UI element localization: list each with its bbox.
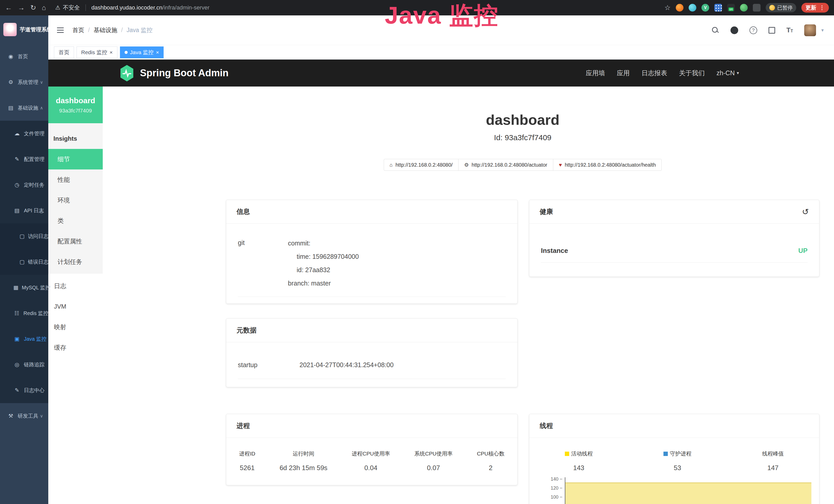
edit-icon: ✎ — [13, 387, 21, 393]
sba-item-scheduled-tasks[interactable]: 计划任务 — [48, 252, 103, 272]
hamburger-icon[interactable] — [57, 27, 64, 33]
sba-nav-applications[interactable]: 应用 — [617, 69, 630, 77]
sba-item-details[interactable]: 细节 — [48, 149, 103, 169]
y-tick: 140 — [529, 477, 562, 482]
service-url-button[interactable]: ⌂ http://192.168.0.2:48080/ — [384, 159, 459, 171]
tag-home[interactable]: 首页 — [54, 46, 74, 58]
y-tick: 120 — [529, 485, 562, 491]
sba-language-select[interactable]: zh-CN ▾ — [717, 69, 739, 77]
extension-fox-icon[interactable] — [676, 4, 683, 12]
sba-brand[interactable]: Spring Boot Admin — [119, 65, 228, 82]
sba-sidebar: dashboard 93a3fc7f7409 Insights 细节 性能 环境… — [48, 87, 103, 504]
sidebar-item-redis-monitor[interactable]: ☷ Redis 监控 — [0, 300, 48, 326]
sidebar-item-java-monitor[interactable]: ▣ Java 监控 — [0, 326, 48, 352]
extensions-puzzle-icon[interactable] — [753, 4, 761, 12]
close-icon[interactable]: × — [110, 49, 113, 55]
back-icon[interactable]: ← — [5, 4, 12, 11]
metadata-startup-row: startup 2021-04-27T00:44:31.254+08:00 — [238, 358, 506, 379]
sidebar-item-api-logs[interactable]: ▤ API 日志 ∧ — [0, 198, 48, 223]
logo-avatar — [3, 23, 17, 36]
fullscreen-icon[interactable] — [768, 27, 775, 33]
sba-item-mappings[interactable]: 映射 — [48, 317, 103, 337]
col-value: 0.04 — [365, 464, 378, 472]
threads-daemon: 守护进程 53 — [663, 450, 692, 472]
extension-switch-icon[interactable]: on — [727, 4, 735, 12]
card-process: 进程 进程ID 5261 运行时间 6d 23h 15m 59s — [226, 414, 518, 485]
avatar-caret-icon[interactable]: ▾ — [821, 27, 824, 33]
tag-java-monitor[interactable]: Java 监控 × — [120, 46, 163, 58]
breadcrumb-infra[interactable]: 基础设施 — [93, 26, 117, 34]
sidebar: 芋道管理系统 ◉ 首页 ⚙ 系统管理 ∨ ▤ 基础设施 ∧ ☁ 文件管理 ✎ — [0, 16, 48, 504]
sba-item-config-props[interactable]: 配置属性 — [48, 231, 103, 252]
security-chip[interactable]: ⚠ 不安全 — [55, 4, 80, 12]
health-instance-label: Instance — [541, 247, 568, 255]
sba-item-metrics[interactable]: 性能 — [48, 169, 103, 190]
legend-label: 守护进程 — [670, 450, 692, 457]
sba-item-environment[interactable]: 环境 — [48, 190, 103, 210]
history-icon[interactable]: ↺ — [802, 207, 809, 217]
threads-legend: 活动线程 143 守护进程 53 线程峰值 147 — [529, 438, 819, 472]
heart-icon: ♥ — [559, 162, 562, 168]
browser-update-button[interactable]: 更新 ⋮ — [802, 3, 829, 13]
process-col-proc-cpu: 进程CPU使用率 0.04 — [352, 450, 390, 472]
tagbar: 首页 Redis 监控 × Java 监控 × — [48, 45, 834, 60]
sidebar-item-access-logs[interactable]: ▢ 访问日志 — [0, 223, 48, 249]
health-url-button[interactable]: ♥ http://192.168.0.2:48080/actuator/heal… — [553, 159, 662, 171]
sidebar-item-scheduled-jobs[interactable]: ◷ 定时任务 — [0, 172, 48, 198]
extension-drop-icon[interactable] — [688, 4, 696, 12]
home-icon[interactable]: ⌂ — [42, 4, 46, 11]
sba-nav-journal[interactable]: 日志报表 — [642, 69, 667, 77]
search-icon[interactable] — [711, 26, 719, 34]
instance-id: 93a3fc7f7409 — [59, 108, 92, 114]
sba-item-classes[interactable]: 类 — [48, 210, 103, 231]
legend-swatch-live — [565, 452, 569, 456]
paused-badge[interactable]: 已暂停 — [766, 3, 796, 12]
forward-icon[interactable]: → — [18, 4, 25, 11]
font-size-icon[interactable]: TT — [787, 26, 793, 34]
sidebar-item-label: 文件管理 — [24, 130, 44, 137]
legend-value: 53 — [674, 464, 681, 472]
breadcrumb-home[interactable]: 首页 — [72, 26, 84, 34]
extension-vue-icon[interactable]: V — [701, 4, 709, 12]
sidebar-item-system[interactable]: ⚙ 系统管理 ∨ — [0, 69, 48, 95]
github-icon[interactable] — [730, 26, 738, 34]
col-label: CPU核心数 — [477, 450, 504, 457]
sba-item-caches[interactable]: 缓存 — [48, 337, 103, 358]
help-icon[interactable]: ? — [749, 26, 757, 34]
wrench-icon: ⚙ — [464, 162, 469, 168]
col-label: 进程ID — [239, 450, 255, 457]
sidebar-item-error-logs[interactable]: ▢ 错误日志 — [0, 249, 48, 275]
sba-item-jvm[interactable]: JVM — [48, 296, 103, 317]
update-label: 更新 — [806, 4, 816, 11]
layers-icon: ☷ — [13, 310, 20, 316]
sba-nav-wallboard[interactable]: 应用墙 — [586, 69, 605, 77]
extension-leaf-icon[interactable] — [740, 4, 748, 12]
sba-item-logs[interactable]: 日志 — [48, 276, 103, 296]
bookmark-star-icon[interactable]: ☆ — [664, 4, 671, 11]
extension-grid-icon[interactable] — [714, 4, 722, 12]
sidebar-item-log-center[interactable]: ✎ 日志中心 — [0, 377, 48, 403]
sidebar-item-config-mgmt[interactable]: ✎ 配置管理 — [0, 146, 48, 172]
sidebar-item-tracing[interactable]: ◎ 链路追踪 — [0, 352, 48, 377]
sidebar-item-home[interactable]: ◉ 首页 — [0, 44, 48, 69]
sidebar-item-infra[interactable]: ▤ 基础设施 ∧ — [0, 95, 48, 121]
tag-label: Redis 监控 — [81, 49, 107, 56]
actuator-url-button[interactable]: ⚙ http://192.168.0.2:48080/actuator — [458, 159, 553, 171]
spring-boot-admin: Spring Boot Admin 应用墙 应用 日志报表 关于我们 zh-CN… — [48, 60, 834, 504]
sidebar-item-dev-tools[interactable]: ⚒ 研发工具 ∨ — [0, 403, 48, 429]
reload-icon[interactable]: ↻ — [30, 4, 36, 11]
page-title: dashboard — [226, 112, 819, 128]
close-icon[interactable]: × — [156, 49, 159, 55]
sba-instance-header[interactable]: dashboard 93a3fc7f7409 — [48, 87, 103, 123]
sidebar-item-file-mgmt[interactable]: ☁ 文件管理 — [0, 121, 48, 146]
breadcrumb: 首页 / 基础设施 / Java 监控 — [72, 26, 153, 34]
address-bar[interactable]: dashboard.yudao.iocoder.cn/infra/admin-s… — [91, 4, 210, 11]
tag-redis-monitor[interactable]: Redis 监控 × — [76, 46, 117, 58]
app-logo[interactable]: 芋道管理系统 — [0, 16, 48, 44]
active-dot-icon — [125, 51, 128, 54]
sba-nav-about[interactable]: 关于我们 — [679, 69, 705, 77]
user-avatar[interactable] — [804, 24, 816, 36]
sidebar-item-mysql-monitor[interactable]: ▦ MySQL 监控 — [0, 275, 48, 300]
sidebar-item-label: 首页 — [18, 53, 28, 60]
browser-menu-icon[interactable]: ⋮ — [819, 5, 825, 11]
